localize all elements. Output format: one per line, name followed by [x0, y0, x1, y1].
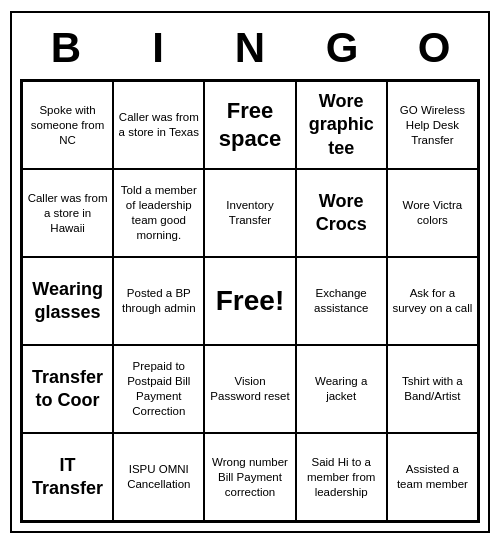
- bingo-cell-8[interactable]: Wore Crocs: [296, 169, 387, 257]
- bingo-cell-14[interactable]: Ask for a survey on a call: [387, 257, 478, 345]
- bingo-cell-7[interactable]: Inventory Transfer: [204, 169, 295, 257]
- bingo-cell-21[interactable]: ISPU OMNI Cancellation: [113, 433, 204, 521]
- bingo-letter-I: I: [112, 21, 204, 75]
- bingo-cell-13[interactable]: Exchange assistance: [296, 257, 387, 345]
- bingo-cell-24[interactable]: Assisted a team member: [387, 433, 478, 521]
- bingo-cell-22[interactable]: Wrong number Bill Payment correction: [204, 433, 295, 521]
- bingo-cell-12[interactable]: Free!: [204, 257, 295, 345]
- bingo-header: BINGO: [20, 21, 480, 75]
- bingo-cell-15[interactable]: Transfer to Coor: [22, 345, 113, 433]
- bingo-letter-G: G: [296, 21, 388, 75]
- bingo-cell-23[interactable]: Said Hi to a member from leadership: [296, 433, 387, 521]
- bingo-cell-4[interactable]: GO Wireless Help Desk Transfer: [387, 81, 478, 169]
- bingo-letter-N: N: [204, 21, 296, 75]
- bingo-cell-20[interactable]: IT Transfer: [22, 433, 113, 521]
- bingo-cell-1[interactable]: Caller was from a store in Texas: [113, 81, 204, 169]
- bingo-letter-O: O: [388, 21, 480, 75]
- bingo-cell-5[interactable]: Caller was from a store in Hawaii: [22, 169, 113, 257]
- bingo-card: BINGO Spoke with someone from NCCaller w…: [10, 11, 490, 533]
- bingo-cell-10[interactable]: Wearing glasses: [22, 257, 113, 345]
- bingo-cell-2[interactable]: Free space: [204, 81, 295, 169]
- bingo-cell-6[interactable]: Told a member of leadership team good mo…: [113, 169, 204, 257]
- bingo-cell-16[interactable]: Prepaid to Postpaid Bill Payment Correct…: [113, 345, 204, 433]
- bingo-grid: Spoke with someone from NCCaller was fro…: [20, 79, 480, 523]
- bingo-cell-19[interactable]: Tshirt with a Band/Artist: [387, 345, 478, 433]
- bingo-cell-11[interactable]: Posted a BP through admin: [113, 257, 204, 345]
- bingo-letter-B: B: [20, 21, 112, 75]
- bingo-cell-9[interactable]: Wore Victra colors: [387, 169, 478, 257]
- bingo-cell-18[interactable]: Wearing a jacket: [296, 345, 387, 433]
- bingo-cell-17[interactable]: Vision Password reset: [204, 345, 295, 433]
- bingo-cell-3[interactable]: Wore graphic tee: [296, 81, 387, 169]
- bingo-cell-0[interactable]: Spoke with someone from NC: [22, 81, 113, 169]
